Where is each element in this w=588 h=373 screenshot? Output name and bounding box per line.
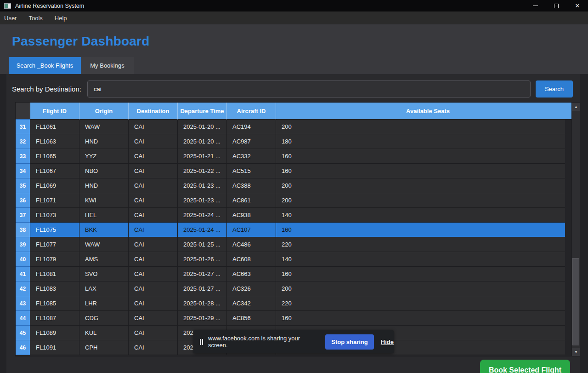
cell-destination[interactable]: CAI <box>129 311 178 326</box>
cell-available-seats[interactable]: 140 <box>276 208 565 223</box>
row-header-cell[interactable]: 36 <box>16 193 30 208</box>
cell-destination[interactable]: CAI <box>129 326 178 340</box>
cell-origin[interactable]: YYZ <box>79 149 129 164</box>
scrollbar-thumb[interactable] <box>572 258 579 345</box>
cell-destination[interactable]: CAI <box>129 164 178 178</box>
column-header-aircraft-id[interactable]: Aircraft ID <box>227 103 276 120</box>
cell-available-seats[interactable]: 160 <box>276 223 565 237</box>
row-header-cell[interactable]: 40 <box>16 252 30 267</box>
cell-flight-id[interactable]: FL1073 <box>30 208 79 223</box>
row-header-cell[interactable]: 45 <box>16 326 30 340</box>
cell-available-seats[interactable]: 140 <box>276 252 565 267</box>
cell-flight-id[interactable]: FL1081 <box>30 267 79 281</box>
cell-origin[interactable]: WAW <box>79 120 129 134</box>
cell-origin[interactable]: HEL <box>79 208 129 223</box>
cell-aircraft-id[interactable]: AC663 <box>227 267 276 281</box>
cell-available-seats[interactable]: 160 <box>276 311 565 326</box>
cell-destination[interactable]: CAI <box>129 281 178 296</box>
minimize-button[interactable] <box>525 0 546 11</box>
cell-origin[interactable]: NBO <box>79 164 129 178</box>
cell-available-seats[interactable]: 220 <box>276 296 565 311</box>
cell-flight-id[interactable]: FL1065 <box>30 149 79 164</box>
cell-departure-time[interactable]: 2025-01-26 ... <box>178 252 227 267</box>
row-header-cell[interactable]: 31 <box>16 120 30 134</box>
cell-flight-id[interactable]: FL1077 <box>30 237 79 252</box>
cell-origin[interactable]: KUL <box>79 326 129 340</box>
cell-available-seats[interactable]: 200 <box>276 281 565 296</box>
cell-destination[interactable]: CAI <box>129 340 178 355</box>
table-row[interactable]: 39FL1077WAWCAI2025-01-25 ...AC486220 <box>16 237 565 252</box>
search-input[interactable] <box>87 80 531 98</box>
cell-aircraft-id[interactable]: AC515 <box>227 164 276 178</box>
row-header-cell[interactable]: 44 <box>16 311 30 326</box>
row-header-cell[interactable]: 43 <box>16 296 30 311</box>
hide-link[interactable]: Hide <box>381 339 394 345</box>
column-header-destination[interactable]: Destination <box>129 103 178 120</box>
cell-origin[interactable]: BKK <box>79 223 129 237</box>
column-header-departure-time[interactable]: Departure Time <box>178 103 227 120</box>
cell-available-seats[interactable]: 200 <box>276 120 565 134</box>
cell-aircraft-id[interactable]: AC194 <box>227 120 276 134</box>
cell-destination[interactable]: CAI <box>129 237 178 252</box>
cell-available-seats[interactable]: 180 <box>276 134 565 149</box>
row-header-cell[interactable]: 46 <box>16 340 30 355</box>
cell-departure-time[interactable]: 2025-01-23 ... <box>178 178 227 193</box>
cell-destination[interactable]: CAI <box>129 252 178 267</box>
row-header-cell[interactable]: 33 <box>16 149 30 164</box>
cell-origin[interactable]: HND <box>79 178 129 193</box>
search-button[interactable]: Search <box>536 80 573 98</box>
table-row[interactable]: 42FL1083LAXCAI2025-01-27 ...AC326200 <box>16 281 565 296</box>
cell-departure-time[interactable]: 2025-01-23 ... <box>178 193 227 208</box>
table-row[interactable]: 32FL1063HNDCAI2025-01-20 ...AC987180 <box>16 134 565 149</box>
cell-destination[interactable]: CAI <box>129 296 178 311</box>
cell-departure-time[interactable]: 2025-01-27 ... <box>178 281 227 296</box>
menu-user[interactable]: User <box>4 11 23 24</box>
cell-destination[interactable]: CAI <box>129 120 178 134</box>
table-row[interactable]: 40FL1079AMSCAI2025-01-26 ...AC608140 <box>16 252 565 267</box>
cell-origin[interactable]: CPH <box>79 340 129 355</box>
cell-flight-id[interactable]: FL1087 <box>30 311 79 326</box>
column-header-available-seats[interactable]: Available Seats <box>276 103 580 120</box>
cell-available-seats[interactable]: 160 <box>276 267 565 281</box>
cell-flight-id[interactable]: FL1075 <box>30 223 79 237</box>
cell-aircraft-id[interactable]: AC987 <box>227 134 276 149</box>
table-row-selected[interactable]: 38FL1075BKKCAI2025-01-24 ...AC107160 <box>16 223 565 237</box>
cell-aircraft-id[interactable]: AC856 <box>227 311 276 326</box>
table-row[interactable]: 35FL1069HNDCAI2025-01-23 ...AC388200 <box>16 178 565 193</box>
table-row[interactable]: 41FL1081SVOCAI2025-01-27 ...AC663160 <box>16 267 565 281</box>
cell-flight-id[interactable]: FL1063 <box>30 134 79 149</box>
maximize-button[interactable] <box>546 0 567 11</box>
stop-sharing-button[interactable]: Stop sharing <box>325 334 374 350</box>
cell-origin[interactable]: KWI <box>79 193 129 208</box>
cell-destination[interactable]: CAI <box>129 134 178 149</box>
cell-origin[interactable]: SVO <box>79 267 129 281</box>
cell-departure-time[interactable]: 2025-01-20 ... <box>178 134 227 149</box>
cell-flight-id[interactable]: FL1071 <box>30 193 79 208</box>
cell-destination[interactable]: CAI <box>129 208 178 223</box>
cell-origin[interactable]: AMS <box>79 252 129 267</box>
cell-aircraft-id[interactable]: AC486 <box>227 237 276 252</box>
cell-aircraft-id[interactable]: AC388 <box>227 178 276 193</box>
table-row[interactable]: 43FL1085LHRCAI2025-01-28 ...AC342220 <box>16 296 565 311</box>
column-header-flight-id[interactable]: Flight ID <box>30 103 79 120</box>
row-header-cell[interactable]: 37 <box>16 208 30 223</box>
cell-aircraft-id[interactable]: AC332 <box>227 149 276 164</box>
cell-flight-id[interactable]: FL1089 <box>30 326 79 340</box>
cell-flight-id[interactable]: FL1067 <box>30 164 79 178</box>
menu-tools[interactable]: Tools <box>23 11 48 24</box>
table-row[interactable]: 37FL1073HELCAI2025-01-24 ...AC938140 <box>16 208 565 223</box>
cell-destination[interactable]: CAI <box>129 193 178 208</box>
cell-flight-id[interactable]: FL1083 <box>30 281 79 296</box>
cell-destination[interactable]: CAI <box>129 149 178 164</box>
cell-destination[interactable]: CAI <box>129 178 178 193</box>
table-row[interactable]: 33FL1065YYZCAI2025-01-21 ...AC332160 <box>16 149 565 164</box>
book-selected-flight-button[interactable]: Book Selected Flight <box>480 360 570 373</box>
row-header-cell[interactable]: 42 <box>16 281 30 296</box>
cell-departure-time[interactable]: 2025-01-27 ... <box>178 267 227 281</box>
cell-flight-id[interactable]: FL1079 <box>30 252 79 267</box>
column-header-origin[interactable]: Origin <box>79 103 129 120</box>
cell-available-seats[interactable]: 160 <box>276 149 565 164</box>
cell-origin[interactable]: CDG <box>79 311 129 326</box>
cell-departure-time[interactable]: 2025-01-24 ... <box>178 208 227 223</box>
close-button[interactable]: ✕ <box>567 0 588 11</box>
